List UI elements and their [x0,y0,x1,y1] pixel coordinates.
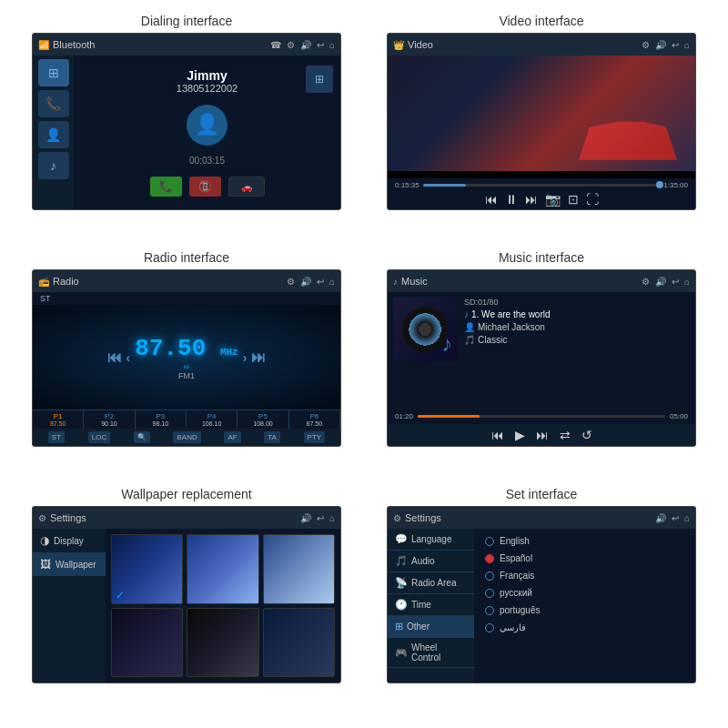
lang-francais[interactable]: Français [478,567,692,584]
radio-back-icon: ↩ [317,277,324,287]
music-btn[interactable]: ♪ [38,152,69,179]
call-btn[interactable]: 📞 [38,90,69,117]
radio-area-icon: 📡 [395,577,408,589]
music-volume-icon: 🔊 [655,277,666,287]
wp-thumb-6[interactable] [263,608,335,678]
music-artist-icon: 👤 [464,322,475,332]
video-home-icon: ⌂ [684,40,690,50]
radio-prev-btn[interactable]: ‹ [126,350,131,365]
music-track-name: 1. We are the world [471,309,551,319]
video-fullscreen-btn[interactable]: ⛶ [586,192,599,207]
lang-farsi-label: فارسي [500,622,526,632]
radio-prev-prev-btn[interactable]: ⏮ [107,349,122,366]
preset-5-label: P5 [239,412,286,420]
keypad-btn[interactable]: ⊞ [38,59,69,86]
wp-thumb-5[interactable] [187,608,258,678]
caller-number: 13805122002 [177,83,238,94]
preset-3[interactable]: P3 98.10 [136,410,187,429]
radio-btn-pty[interactable]: PTY [304,431,326,443]
radio-next-next-btn[interactable]: ⏭ [251,349,266,366]
contacts-btn[interactable]: 👤 [38,121,69,148]
music-sd-info: SD:01/80 [464,298,690,307]
video-progress-bar: 0:15:35 1:35:00 [395,181,688,189]
video-buttons: ⏮ ⏸ ⏭ 📷 ⊡ ⛶ [395,192,688,207]
radio-frequency: 87.50 MHz [135,335,238,362]
preset-4[interactable]: P4 106.10 [187,410,238,429]
display-icon: ◑ [40,534,49,547]
accept-call-btn[interactable]: 📞 [150,177,182,197]
main-container: Dialing interface 📶 Bluetooth ☎ ⚙ 🔊 ↩ ⌂ … [0,0,728,728]
call-actions: 📞 📵 🚗 [150,177,265,197]
settings-wheel[interactable]: 🎮 Wheel Control [388,638,474,668]
lang-russian[interactable]: русский [478,584,692,602]
wp-thumb-1[interactable] [111,534,183,604]
video-next-btn[interactable]: ⏭ [525,192,538,207]
time-icon: 🕐 [395,599,408,611]
video-topbar-icons: ⚙ 🔊 ↩ ⌂ [642,40,690,50]
settings-radio-area[interactable]: 📡 Radio Area [388,572,474,594]
music-next-btn[interactable]: ⏭ [536,428,549,442]
music-title: Music interface [499,250,584,265]
video-pause-btn[interactable]: ⏸ [505,192,518,207]
video-screen: 👑 Video ⚙ 🔊 ↩ ⌂ 0:15:35 [387,33,696,210]
music-play-btn[interactable]: ▶ [515,428,525,442]
radio-st-label: ST [33,292,340,305]
settings-time[interactable]: 🕐 Time [388,594,474,616]
wallpaper-content: ◑ Display 🖼 Wallpaper [33,529,340,682]
wallpaper-topbar: ⚙ Settings 🔊 ↩ ⌂ [33,507,340,529]
music-progress-fill [418,415,480,418]
radio-btn-af[interactable]: AF [224,431,240,443]
preset-1[interactable]: P1 87.50 [33,410,84,429]
video-cam-btn[interactable]: 📷 [545,192,561,207]
radio-btn-search[interactable]: 🔍 [134,431,150,443]
video-time-total: 1:35:00 [663,181,688,189]
music-progress-track[interactable] [418,415,665,418]
wp-thumb-4[interactable] [111,608,183,678]
preset-2[interactable]: P2 90.10 [84,410,135,429]
lang-russian-dot [485,589,494,598]
volume-icon: 🔊 [300,40,311,50]
video-progress-track[interactable] [423,184,661,187]
preset-6[interactable]: P6 87.50 [289,410,340,429]
dial-grid-btn[interactable]: ⊞ [306,66,333,93]
wheel-icon: 🎮 [395,647,408,659]
video-time-current: 0:15:35 [395,181,420,189]
radio-btn-band[interactable]: BAND [173,431,200,443]
radio-presets: P1 87.50 P2 90.10 P3 98.10 P4 106.10 [33,410,340,429]
wp-home-icon: ⌂ [329,513,335,523]
preset-5[interactable]: P5 108.00 [238,410,288,429]
music-prev-btn[interactable]: ⏮ [491,428,504,442]
video-panel: Video interface 👑 Video ⚙ 🔊 ↩ ⌂ 0:15: [364,9,719,246]
lang-espanol[interactable]: Español [478,550,692,567]
wp-thumb-3[interactable] [263,534,335,604]
bluetooth-icon: 📶 [38,40,49,50]
settings-audio[interactable]: 🎵 Audio [388,551,474,572]
lang-portuguese[interactable]: português [478,602,692,619]
music-repeat-btn[interactable]: ↺ [581,428,592,442]
music-shuffle-btn[interactable]: ⇄ [560,428,571,442]
decline-call-btn[interactable]: 📵 [189,177,221,197]
video-aspect-btn[interactable]: ⊡ [568,192,579,207]
lang-farsi[interactable]: فارسي [478,619,692,636]
settings-other[interactable]: ⊞ Other [388,616,474,638]
video-volume-icon: 🔊 [655,40,666,50]
settings-language[interactable]: 💬 Language [388,529,474,551]
radio-btn-ta[interactable]: TA [264,431,280,443]
wp-back-icon: ↩ [317,513,324,523]
lang-english[interactable]: English [478,532,692,550]
settings-language-label: Language [411,534,452,544]
music-panel: Music interface ♪ Music ⚙ 🔊 ↩ ⌂ ♪ [364,246,719,482]
car-mode-btn[interactable]: 🚗 [228,177,265,197]
wp-sidebar-wallpaper[interactable]: 🖼 Wallpaper [33,552,106,576]
wallpaper-screen: ⚙ Settings 🔊 ↩ ⌂ ◑ Display 🖼 Wallpaper [32,506,341,683]
music-home-icon: ⌂ [684,277,690,287]
wp-thumb-2[interactable] [187,534,258,604]
dialing-title: Dialing interface [141,14,232,28]
radio-next-btn[interactable]: › [243,350,248,365]
radio-btn-st[interactable]: ST [48,431,65,443]
wp-sidebar-display[interactable]: ◑ Display [33,529,106,552]
radio-btn-loc[interactable]: LOC [88,431,110,443]
video-prev-btn[interactable]: ⏮ [485,192,498,207]
music-artist: Michael Jackson [478,322,545,332]
lang-english-dot [485,537,494,546]
